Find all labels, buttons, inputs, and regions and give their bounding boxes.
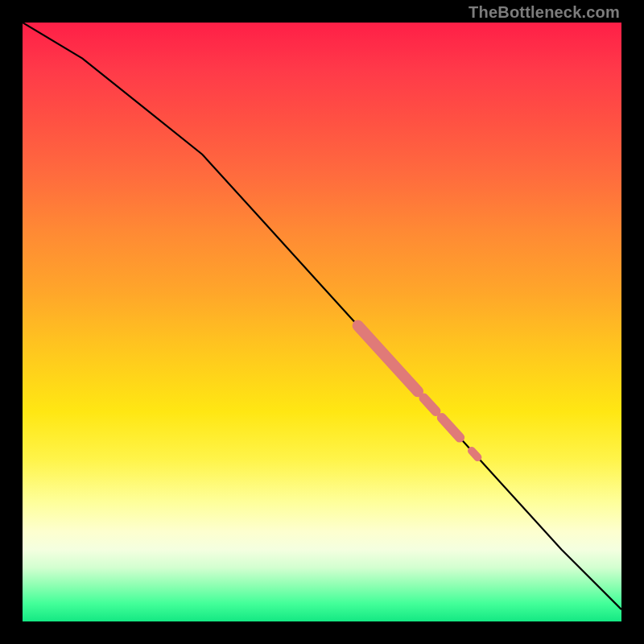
bottleneck-curve [23, 23, 621, 609]
line-chart-svg [23, 23, 621, 621]
watermark-text: TheBottleneck.com [469, 3, 620, 22]
highlight-segment [358, 326, 418, 392]
highlight-segment [424, 398, 436, 411]
plot-area [23, 23, 621, 621]
highlighted-segments [358, 326, 478, 458]
highlight-segment [442, 418, 460, 438]
highlight-segment [472, 451, 477, 457]
chart-frame: TheBottleneck.com [0, 0, 644, 644]
